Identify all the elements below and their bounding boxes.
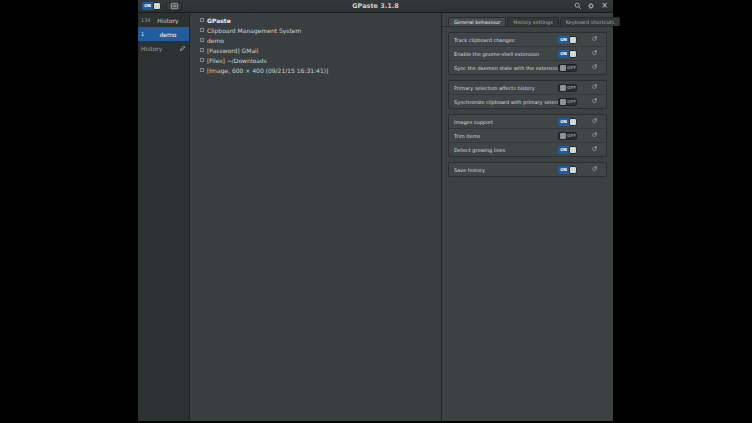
settings-body: Track clipboard changes ON ↺ Enable the … xyxy=(442,27,613,187)
item-icon xyxy=(200,28,204,32)
history-name: demo xyxy=(150,31,186,38)
setting-row: Sync the daemon state with the extension… xyxy=(449,61,606,74)
setting-row: Detect growing lines ON ↺ xyxy=(449,143,606,156)
setting-row: Trim items OFF ↺ xyxy=(449,129,606,143)
setting-label: Track clipboard changes xyxy=(454,37,558,43)
item-text: Clipboard Management System xyxy=(207,27,301,34)
switch-knob xyxy=(569,166,577,174)
toggle-switch[interactable]: ON xyxy=(558,36,577,44)
toggle-switch[interactable]: OFF xyxy=(558,84,577,92)
setting-row: Images support ON ↺ xyxy=(449,115,606,129)
headerbar-actions: × xyxy=(574,2,609,10)
setting-label: Trim items xyxy=(454,133,558,139)
settings-button[interactable] xyxy=(587,2,595,10)
headerbar: GPaste 3.1.8 ON xyxy=(138,0,613,13)
history-count: 134 xyxy=(141,17,150,23)
setting-label: Save history xyxy=(454,167,558,173)
switch-knob xyxy=(569,50,577,58)
setting-row: Save history ON ↺ xyxy=(449,163,606,176)
setting-label: Detect growing lines xyxy=(454,147,558,153)
setting-label: Enable the gnome-shell extension xyxy=(454,51,558,57)
history-count: 1 xyxy=(141,31,150,37)
reset-icon[interactable]: ↺ xyxy=(591,50,598,57)
switch-knob xyxy=(559,84,567,92)
list-item[interactable]: [Image, 600 × 400 (09/21/15 16:31:41)] xyxy=(190,65,441,75)
window-title: GPaste 3.1.8 xyxy=(138,2,613,10)
switch-knob xyxy=(569,36,577,44)
setting-label: Synchronize clipboard with primary selec… xyxy=(454,99,558,105)
item-text: [Image, 600 × 400 (09/21/15 16:31:41)] xyxy=(207,67,328,74)
edit-history-button[interactable] xyxy=(179,45,186,52)
list-item[interactable]: demo xyxy=(190,35,441,45)
daemon-toggle-switch[interactable]: ON xyxy=(142,2,161,10)
main-area: 134 History 1 demo History xyxy=(138,13,613,421)
item-text: [Files] ~/Downloads xyxy=(207,57,267,64)
close-button[interactable]: × xyxy=(600,2,609,10)
histories-sidebar: 134 History 1 demo History xyxy=(138,13,190,421)
reset-icon[interactable]: ↺ xyxy=(591,166,598,173)
list-item[interactable]: GPaste xyxy=(190,15,441,25)
gpaste-window: GPaste 3.1.8 ON xyxy=(138,0,613,421)
toggle-switch[interactable]: OFF xyxy=(558,64,577,72)
switch-knob xyxy=(559,132,567,140)
switch-knob xyxy=(559,98,567,106)
gear-icon xyxy=(587,2,595,10)
history-entry-label: History xyxy=(141,45,162,52)
histories-button[interactable] xyxy=(166,2,182,11)
reset-icon[interactable]: ↺ xyxy=(591,146,598,153)
history-row-selected[interactable]: 1 demo xyxy=(138,27,189,41)
list-item[interactable]: [Password] GMail xyxy=(190,45,441,55)
toggle-switch[interactable]: ON xyxy=(558,50,577,58)
switch-knob xyxy=(153,2,161,10)
tab-general-behaviour[interactable]: General behaviour xyxy=(448,17,506,26)
switch-knob xyxy=(569,118,577,126)
settings-group: Images support ON ↺ Trim items OFF xyxy=(448,114,607,157)
search-icon xyxy=(574,2,582,10)
list-item[interactable]: [Files] ~/Downloads xyxy=(190,55,441,65)
tab-history-settings[interactable]: History settings xyxy=(507,17,558,26)
toggle-switch[interactable]: ON xyxy=(558,166,577,174)
list-item[interactable]: Clipboard Management System xyxy=(190,25,441,35)
pencil-icon xyxy=(179,45,186,52)
daemon-toggle-label: ON xyxy=(142,4,153,8)
history-row[interactable]: 134 History xyxy=(138,13,189,27)
item-icon xyxy=(200,58,204,62)
setting-label: Sync the daemon state with the extension… xyxy=(454,65,558,71)
setting-row: Primary selection affects history OFF ↺ xyxy=(449,81,606,95)
item-icon xyxy=(200,68,204,72)
settings-tabbar: General behaviour History settings Keybo… xyxy=(442,13,613,27)
history-entry[interactable]: History xyxy=(138,41,189,55)
setting-label: Images support xyxy=(454,119,558,125)
switch-knob xyxy=(559,64,567,72)
item-icon xyxy=(200,18,204,22)
toggle-switch[interactable]: ON xyxy=(558,118,577,126)
setting-label: Primary selection affects history xyxy=(454,85,558,91)
item-icon xyxy=(200,48,204,52)
histories-icon xyxy=(170,2,179,10)
toggle-switch[interactable]: OFF xyxy=(558,132,577,140)
setting-row: Enable the gnome-shell extension ON ↺ xyxy=(449,47,606,61)
setting-row: Synchronize clipboard with primary selec… xyxy=(449,95,606,108)
desktop: { "window": { "title": "GPaste 3.1.8" },… xyxy=(0,0,752,423)
tab-keyboard-shortcuts[interactable]: Keyboard shortcuts xyxy=(560,17,620,26)
reset-icon[interactable]: ↺ xyxy=(591,36,598,43)
toggle-switch[interactable]: OFF xyxy=(558,98,577,106)
search-button[interactable] xyxy=(574,2,582,10)
reset-icon[interactable]: ↺ xyxy=(591,118,598,125)
switch-knob xyxy=(569,146,577,154)
setting-row: Track clipboard changes ON ↺ xyxy=(449,33,606,47)
toggle-switch[interactable]: ON xyxy=(558,146,577,154)
settings-group: Primary selection affects history OFF ↺ … xyxy=(448,80,607,109)
settings-panel: General behaviour History settings Keybo… xyxy=(441,13,613,421)
settings-group: Track clipboard changes ON ↺ Enable the … xyxy=(448,32,607,75)
reset-icon[interactable]: ↺ xyxy=(591,64,598,71)
settings-group: Save history ON ↺ xyxy=(448,162,607,177)
item-text: GPaste xyxy=(207,17,231,24)
item-text: [Password] GMail xyxy=(207,47,258,54)
history-name: History xyxy=(150,17,186,24)
item-icon xyxy=(200,38,204,42)
reset-icon[interactable]: ↺ xyxy=(591,84,598,91)
reset-icon[interactable]: ↺ xyxy=(591,98,598,105)
item-text: demo xyxy=(207,37,224,44)
reset-icon[interactable]: ↺ xyxy=(591,132,598,139)
